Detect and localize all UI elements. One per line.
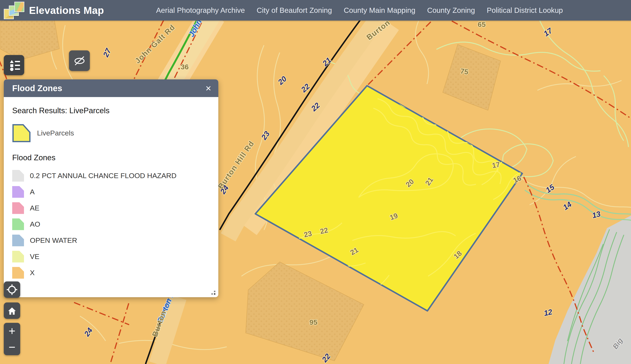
legend-list: 0.2 PCT ANNUAL CHANCE FLOOD HAZARDAAEAOO… xyxy=(12,168,210,281)
nav-link[interactable]: County Zoning xyxy=(427,6,475,14)
locate-button[interactable] xyxy=(4,282,20,298)
legend-swatch xyxy=(12,218,24,230)
home-icon xyxy=(6,305,18,316)
panel-header[interactable]: Flood Zones × xyxy=(4,80,218,97)
legend-label: A xyxy=(30,188,35,196)
legend-swatch xyxy=(12,170,24,182)
panel-body: Search Results: LiveParcels LiveParcels … xyxy=(4,97,218,297)
legend-swatch xyxy=(12,251,24,262)
flood-zones-panel: Flood Zones × Search Results: LiveParcel… xyxy=(4,80,218,297)
map-label: 65 xyxy=(478,20,486,28)
nav-link[interactable]: Political District Lookup xyxy=(487,6,563,14)
legend-swatch xyxy=(12,186,24,198)
search-results-heading: Search Results: LiveParcels xyxy=(12,106,210,115)
legend-label: OPEN WATER xyxy=(30,236,77,244)
close-icon[interactable]: × xyxy=(205,84,211,93)
legend-row: 0.2 PCT ANNUAL CHANCE FLOOD HAZARD xyxy=(12,168,210,184)
legend-row: VE xyxy=(12,248,210,265)
map-label: 22 xyxy=(319,226,329,236)
top-nav: Aerial Photography ArchiveCity of Beaufo… xyxy=(156,0,563,20)
map-label: 36 xyxy=(181,63,189,71)
zoom-in-button[interactable]: + xyxy=(4,323,20,339)
panel-title: Flood Zones xyxy=(12,84,205,93)
liveparcels-swatch xyxy=(12,124,31,142)
legend-toggle-button[interactable] xyxy=(4,55,24,75)
legend-swatch xyxy=(12,267,24,279)
layer-legend-item: LiveParcels xyxy=(12,124,210,142)
legend-swatch xyxy=(12,202,24,214)
legend-row: OPEN WATER xyxy=(12,232,210,248)
map-label: 12 xyxy=(543,308,553,318)
legend-row: A xyxy=(12,184,210,200)
map-label: 95 xyxy=(309,318,317,326)
legend-label: X xyxy=(30,269,35,277)
eye-slash-icon xyxy=(73,54,86,67)
legend-label: AE xyxy=(30,204,39,212)
zoom-control: + − xyxy=(4,323,20,355)
crosshair-icon xyxy=(6,284,18,295)
panel-resize-handle[interactable] xyxy=(209,289,216,295)
page-title: Elevations Map xyxy=(29,4,104,16)
zoom-out-button[interactable]: − xyxy=(4,339,20,355)
legend-list-icon xyxy=(8,59,21,72)
map-label: 75 xyxy=(460,67,469,76)
nav-link[interactable]: Aerial Photography Archive xyxy=(156,6,245,14)
legend-label: AO xyxy=(30,220,40,228)
legend-row: AO xyxy=(12,216,210,232)
legend-section-title: Flood Zones xyxy=(12,153,210,162)
legend-swatch xyxy=(12,234,24,246)
legend-row: X xyxy=(12,265,210,281)
app-window: 2736John Galt RdJohn G176575Burton212022… xyxy=(0,0,631,364)
layer-name-label: LiveParcels xyxy=(37,129,74,137)
map-label: 23 xyxy=(303,229,313,239)
nav-link[interactable]: County Main Mapping xyxy=(344,6,415,14)
legend-label: VE xyxy=(30,252,39,261)
home-button[interactable] xyxy=(4,302,20,319)
legend-row: AE xyxy=(12,200,210,216)
nav-link[interactable]: City of Beaufort Zoning xyxy=(257,6,332,14)
app-logo-icon xyxy=(3,1,24,19)
visibility-toggle-button[interactable] xyxy=(69,50,90,71)
app-header: Elevations Map Aerial Photography Archiv… xyxy=(0,0,631,20)
map-label: 17 xyxy=(491,160,501,170)
legend-label: 0.2 PCT ANNUAL CHANCE FLOOD HAZARD xyxy=(30,172,176,180)
